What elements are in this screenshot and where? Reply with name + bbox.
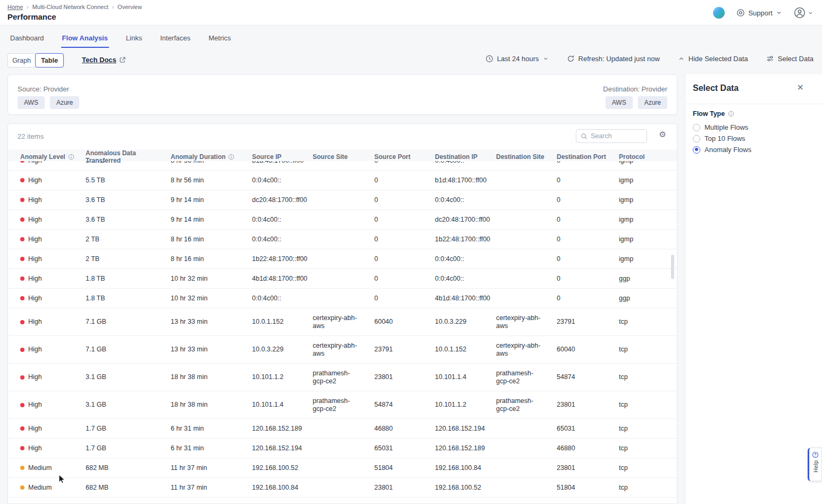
radio-label: Top 10 Flows xyxy=(704,135,745,142)
vertical-scrollbar-thumb[interactable] xyxy=(671,255,674,279)
refresh-button[interactable]: Refresh: Updated just now xyxy=(567,55,660,63)
info-icon[interactable] xyxy=(68,154,74,160)
anomaly-level-cell: High xyxy=(20,196,86,204)
anomaly-level-dot xyxy=(20,237,24,241)
graph-view-button[interactable]: Graph xyxy=(7,53,36,68)
flow-type-radio-option[interactable]: Anomaly Flows xyxy=(693,146,751,154)
source-ip-cell: 120.168.152.189 xyxy=(252,425,313,433)
radio-label: Anomaly Flows xyxy=(704,146,751,154)
flow-type-radio-option[interactable]: Top 10 Flows xyxy=(693,135,751,142)
anomaly-level-cell: High xyxy=(20,275,86,283)
source-port-cell: 0 xyxy=(374,177,435,184)
info-icon[interactable] xyxy=(728,111,734,117)
anomaly-level-text: High xyxy=(28,255,42,263)
column-header[interactable]: Protocol xyxy=(619,153,677,161)
table-row[interactable]: Medium 682 MB 11 hr 37 min 192.168.100.5… xyxy=(8,458,677,478)
radio-button[interactable] xyxy=(693,146,700,154)
anomaly-level-dot xyxy=(20,257,24,261)
column-header[interactable]: Source Site xyxy=(313,153,374,161)
tab[interactable]: Flow Analysis xyxy=(61,31,109,48)
anomaly-level-cell: High xyxy=(20,444,86,452)
column-header[interactable]: Source IP xyxy=(252,153,313,161)
table-row[interactable]: High 3.6 TB 9 hr 14 min dc20:48:1700::ff… xyxy=(8,190,677,210)
info-icon[interactable] xyxy=(228,154,234,160)
provider-chip[interactable]: Azure xyxy=(638,96,667,109)
table-row[interactable]: High 1.8 TB 10 hr 32 min 0:0:4c00:: 0 4b… xyxy=(8,289,677,308)
time-range-label: Last 24 hours xyxy=(497,55,539,63)
table-row[interactable]: High 1.7 GB 6 hr 31 min 120.168.152.194 … xyxy=(8,439,677,458)
column-header[interactable]: Destination IP xyxy=(435,153,496,161)
anomaly-duration-cell: 6 hr 31 min xyxy=(171,444,252,452)
search-input[interactable] xyxy=(591,132,642,140)
column-header[interactable]: Destination Port xyxy=(557,153,619,161)
tab[interactable]: Links xyxy=(125,31,143,48)
select-data-button[interactable]: Select Data xyxy=(766,55,813,63)
radio-button[interactable] xyxy=(693,135,700,142)
toolbar: Graph Table Tech Docs Last 24 hours xyxy=(7,53,813,69)
table-view-button[interactable]: Table xyxy=(35,53,64,68)
breadcrumb-section[interactable]: Multi-Cloud Network Connect xyxy=(32,4,108,10)
provider-chip[interactable]: AWS xyxy=(18,96,45,109)
column-header[interactable]: Anomaly Duration xyxy=(171,153,252,161)
column-header-label: Anomaly Level xyxy=(20,153,65,161)
destination-ip-cell: 192.168.100.84 xyxy=(435,464,496,472)
protocol-cell: igmp xyxy=(619,196,677,204)
anomaly-level-dot xyxy=(20,446,24,450)
flow-type-radio-option[interactable]: Multiple Flows xyxy=(693,123,751,131)
column-header-label: Protocol xyxy=(619,153,645,161)
protocol-cell: ggp xyxy=(619,275,677,283)
hide-selected-data-button[interactable]: Hide Selected Data xyxy=(678,55,748,63)
table-row[interactable]: High 3.1 GB 18 hr 38 min 10.101.1.4 prat… xyxy=(8,391,677,419)
column-header[interactable]: Anomalous Data Transferred xyxy=(86,149,171,164)
table-row[interactable]: High 2 TB 8 hr 16 min 0:0:4c00:: 0 1b22:… xyxy=(8,230,677,249)
help-tab[interactable]: Help xyxy=(808,448,822,481)
source-ip-cell: dc20:48:1700::ff00 xyxy=(252,196,313,204)
destination-ip-cell: 4b1d:48:1700::ff00 xyxy=(435,295,496,303)
anomaly-duration-cell: 9 hr 14 min xyxy=(171,196,252,204)
anomaly-duration-cell: 13 hr 33 min xyxy=(171,346,252,354)
source-port-cell: 23791 xyxy=(374,346,435,354)
anomaly-level-dot xyxy=(20,375,24,380)
tab[interactable]: Metrics xyxy=(207,31,232,48)
table-row[interactable]: Medium 682 MB 11 hr 37 min 192.168.100.8… xyxy=(8,478,677,498)
table-row[interactable]: High 5.5 TB 8 hr 56 min 0:0:4c00:: 0 b1d… xyxy=(8,171,677,190)
table-settings-gear-icon[interactable]: ⚙ xyxy=(659,131,666,139)
provider-chip[interactable]: AWS xyxy=(606,96,633,109)
breadcrumb-home-link[interactable]: Home xyxy=(7,4,23,10)
time-range-selector[interactable]: Last 24 hours xyxy=(485,55,549,63)
provider-filter-card: Source: Provider AWS Azure Destination: … xyxy=(7,74,677,115)
provider-chip[interactable]: Azure xyxy=(50,96,79,109)
tab[interactable]: Interfaces xyxy=(159,31,191,48)
column-header[interactable]: Destination Site xyxy=(496,153,557,161)
data-transferred-cell: 3.1 GB xyxy=(86,373,171,381)
anomaly-duration-cell: 13 hr 33 min xyxy=(171,318,252,326)
column-header-label: Destination Port xyxy=(557,153,606,161)
anomaly-level-cell: High xyxy=(20,216,86,224)
tab[interactable]: Dashboard xyxy=(9,31,45,48)
table-row[interactable]: High 3.6 TB 9 hr 14 min 0:0:4c00:: 0 dc2… xyxy=(8,210,677,230)
destination-port-cell: 23801 xyxy=(557,464,619,472)
data-transferred-cell: 682 MB xyxy=(86,464,171,472)
table-row[interactable]: High 3.1 GB 18 hr 38 min 10.101.1.2 prat… xyxy=(8,364,677,391)
support-menu[interactable]: Support xyxy=(736,9,782,17)
protocol-cell: tcp xyxy=(619,373,677,381)
column-header[interactable]: Anomaly Level xyxy=(20,153,86,161)
table-row[interactable]: High 7.1 GB 13 hr 33 min 10.0.1.152 cert… xyxy=(8,308,677,336)
table-row[interactable]: High 1.7 GB 6 hr 31 min 120.168.152.189 … xyxy=(8,419,677,439)
data-transferred-cell: 3.1 GB xyxy=(86,401,171,409)
table-row[interactable]: High 7.1 GB 13 hr 33 min 10.0.3.229 cert… xyxy=(8,336,677,364)
column-header[interactable]: Source Port xyxy=(374,153,435,161)
anomaly-level-dot xyxy=(20,348,24,352)
destination-port-cell: 0 xyxy=(557,275,619,283)
table-row[interactable]: High 2 TB 8 hr 16 min 1b22:48:1700::ff00… xyxy=(8,249,677,269)
user-menu[interactable] xyxy=(794,7,813,19)
tech-docs-link[interactable]: Tech Docs xyxy=(82,56,126,64)
table-body-viewport: High 5.5 TB 8 hr 56 min b1d:48:1700::ff0… xyxy=(8,161,677,503)
close-icon[interactable]: ✕ xyxy=(797,83,804,92)
source-ip-cell: 10.0.3.229 xyxy=(252,346,313,354)
search-box[interactable] xyxy=(576,129,647,143)
table-row[interactable]: High 1.8 TB 10 hr 32 min 4b1d:48:1700::f… xyxy=(8,269,677,289)
breadcrumb: Home › Multi-Cloud Network Connect › Ove… xyxy=(7,4,142,10)
source-ip-cell: 192.168.100.52 xyxy=(252,464,313,472)
radio-button[interactable] xyxy=(693,124,700,131)
